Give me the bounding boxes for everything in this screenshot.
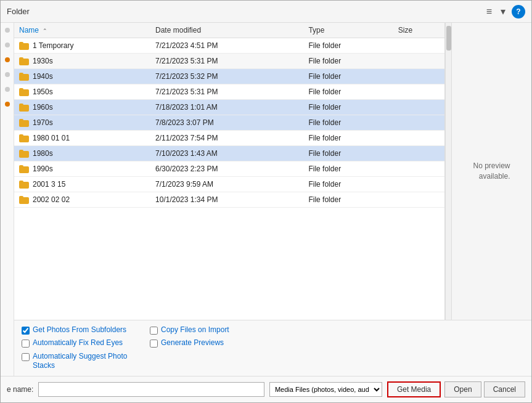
table-row[interactable]: 1960s7/18/2023 1:01 AMFile folder (14, 100, 444, 115)
file-table: Name ⌃ Date modified Type (14, 23, 444, 208)
open-button[interactable]: Open (444, 381, 481, 397)
dialog-title: Folder (7, 7, 30, 16)
folder-icon (19, 57, 29, 65)
left-sidebar (1, 23, 14, 376)
folder-icon (19, 42, 29, 50)
options-area: Get Photos From SubfoldersAutomatically … (14, 320, 531, 376)
sidebar-dot-1 (5, 28, 10, 33)
bottom-bar: e name: Media Files (photos, video, aud … (1, 376, 531, 402)
table-row[interactable]: 1930s7/21/2023 5:31 PMFile folder (14, 54, 444, 69)
options-right-col: Copy Files on ImportGenerate Previews (150, 325, 229, 371)
sidebar-dot-2 (5, 43, 10, 47)
help-button[interactable]: ? (512, 5, 525, 18)
col-size[interactable]: Size (393, 23, 444, 38)
folder-icon (19, 150, 29, 158)
checkbox-item-fixRed[interactable]: Automatically Fix Red Eyes (22, 338, 137, 348)
checkbox-copyFiles[interactable] (150, 327, 158, 335)
checkbox-item-photoStacks[interactable]: Automatically Suggest Photo Stacks (22, 352, 137, 371)
folder-icon (19, 73, 29, 81)
checkbox-genPreviews[interactable] (150, 340, 158, 348)
folder-icon (19, 119, 29, 127)
file-table-container[interactable]: Name ⌃ Date modified Type (14, 23, 445, 320)
preview-panel: No previewavailable. (451, 23, 531, 320)
action-buttons: Get Media Open Cancel (387, 381, 525, 397)
table-row[interactable]: 1940s7/21/2023 5:32 PMFile folder (14, 69, 444, 84)
table-row[interactable]: 1980s7/10/2023 1:43 AMFile folder (14, 146, 444, 161)
options-left-col: Get Photos From SubfoldersAutomatically … (22, 325, 137, 371)
table-row[interactable]: 1990s6/30/2023 2:23 PMFile folder (14, 161, 444, 177)
table-row[interactable]: 2002 02 0210/1/2023 1:34 PMFile folder (14, 192, 444, 208)
checkbox-photoStacks[interactable] (22, 353, 30, 361)
main-dialog: Folder ≡ ▾ ? (0, 0, 532, 403)
checkbox-item-getPhotos[interactable]: Get Photos From Subfolders (22, 325, 137, 335)
folder-icon (19, 196, 29, 204)
checkbox-getPhotos[interactable] (22, 327, 30, 335)
folder-icon (19, 134, 29, 142)
checkbox-item-genPreviews[interactable]: Generate Previews (150, 338, 229, 348)
folder-icon (19, 88, 29, 96)
col-type[interactable]: Type (303, 23, 393, 38)
sidebar-dot-4 (5, 72, 10, 77)
col-date[interactable]: Date modified (150, 23, 303, 38)
checkbox-label-fixRed: Automatically Fix Red Eyes (33, 338, 123, 348)
col-name[interactable]: Name ⌃ (14, 23, 150, 38)
dialog-body: Name ⌃ Date modified Type (1, 23, 531, 376)
table-row[interactable]: 1970s7/8/2023 3:07 PMFile folder (14, 115, 444, 131)
checkbox-label-copyFiles: Copy Files on Import (161, 325, 229, 335)
table-row[interactable]: 1980 01 012/11/2023 7:54 PMFile folder (14, 131, 444, 146)
dropdown-icon-btn[interactable]: ▾ (498, 4, 508, 18)
folder-icon (19, 104, 29, 112)
titlebar: Folder ≡ ▾ ? (1, 1, 531, 23)
table-row[interactable]: 1 Temporary7/21/2023 4:51 PMFile folder (14, 38, 444, 54)
table-row[interactable]: 1950s7/21/2023 5:31 PMFile folder (14, 84, 444, 100)
folder-icon (19, 165, 29, 173)
folder-icon (19, 181, 29, 189)
cancel-button[interactable]: Cancel (484, 381, 525, 397)
sort-arrow: ⌃ (43, 28, 47, 34)
checkbox-label-genPreviews: Generate Previews (161, 338, 224, 348)
table-row[interactable]: 2001 3 157/1/2023 9:59 AMFile folder (14, 177, 444, 192)
file-list-area: Name ⌃ Date modified Type (14, 23, 531, 320)
get-media-button[interactable]: Get Media (387, 381, 441, 397)
sidebar-dot-5 (5, 87, 10, 92)
filename-input[interactable] (38, 382, 264, 397)
menu-icon-btn[interactable]: ≡ (484, 5, 494, 18)
checkbox-label-photoStacks: Automatically Suggest Photo Stacks (33, 352, 137, 371)
filetype-select[interactable]: Media Files (photos, video, aud (269, 382, 382, 397)
checkbox-item-copyFiles[interactable]: Copy Files on Import (150, 325, 229, 335)
sidebar-dot-3 (5, 57, 10, 62)
scrollbar-thumb[interactable] (446, 26, 451, 51)
sidebar-dot-6 (5, 102, 10, 107)
main-content: Name ⌃ Date modified Type (14, 23, 531, 376)
checkbox-label-getPhotos: Get Photos From Subfolders (33, 325, 126, 335)
preview-text: No previewavailable. (473, 161, 510, 182)
filename-label: e name: (7, 385, 33, 394)
titlebar-icons: ≡ ▾ ? (484, 4, 525, 18)
scrollbar-track[interactable] (445, 23, 451, 320)
checkbox-fixRed[interactable] (22, 340, 30, 348)
